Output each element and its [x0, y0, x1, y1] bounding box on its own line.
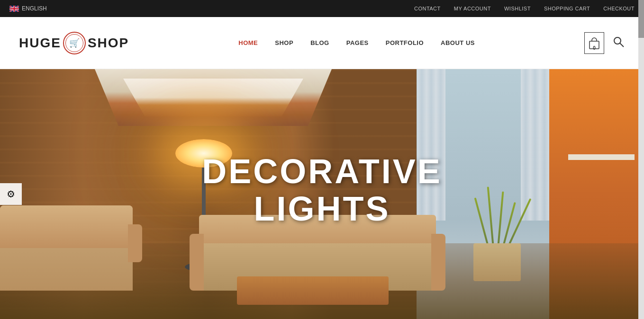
- coffee-table: [237, 276, 389, 305]
- cart-button[interactable]: 0: [584, 32, 604, 54]
- header: HUGE 🛒 SHOP HOME SHOP BLOG PAGES PORTFOL…: [0, 17, 644, 69]
- settings-button[interactable]: ⚙: [0, 183, 22, 205]
- cart-count: 0: [593, 45, 596, 51]
- sofa-main-arm-right: [431, 234, 445, 291]
- main-nav: HOME SHOP BLOG PAGES PORTFOLIO ABOUT US: [238, 37, 475, 48]
- nav-pages[interactable]: PAGES: [346, 37, 369, 48]
- top-bar: ENGLISH CONTACT MY ACCOUNT WISHLIST SHOP…: [0, 0, 644, 17]
- nav-portfolio[interactable]: PORTFOLIO: [386, 37, 424, 48]
- plant-grass: [483, 191, 511, 248]
- wishlist-link[interactable]: WISHLIST: [504, 6, 531, 11]
- scrollbar[interactable]: [638, 0, 644, 319]
- plant: [473, 196, 521, 281]
- gear-icon: ⚙: [7, 188, 15, 200]
- scrollbar-thumb[interactable]: [638, 0, 644, 38]
- search-icon: [612, 35, 625, 48]
- nav-blog[interactable]: BLOG: [310, 37, 329, 48]
- sofa-left: [0, 205, 133, 291]
- contact-link[interactable]: CONTACT: [414, 6, 441, 11]
- top-nav: CONTACT MY ACCOUNT WISHLIST SHOPPING CAR…: [414, 6, 635, 11]
- flag-icon: [9, 6, 19, 12]
- search-button[interactable]: [612, 35, 625, 51]
- language-selector[interactable]: ENGLISH: [9, 5, 47, 12]
- svg-line-3: [620, 43, 624, 47]
- shopping-cart-link[interactable]: SHOPPING CART: [544, 6, 590, 11]
- wall-shelf: [568, 154, 635, 160]
- plant-pot: [473, 243, 521, 281]
- logo-text-huge: HUGE: [19, 35, 61, 51]
- nav-shop[interactable]: SHOP: [275, 37, 293, 48]
- my-account-link[interactable]: MY ACCOUNT: [454, 6, 491, 11]
- sofa-left-back: [0, 205, 133, 248]
- hero-title-line2: LIGHTS: [202, 190, 442, 228]
- logo-text-shop: SHOP: [88, 35, 129, 51]
- checkout-link[interactable]: CHECKOUT: [603, 6, 635, 11]
- header-icons: 0: [584, 32, 625, 54]
- hero-text: DECORATIVE LIGHTS: [202, 153, 442, 228]
- hero-section: DECORATIVE LIGHTS ⚙: [0, 69, 644, 319]
- logo-icon-circle: 🛒: [63, 32, 86, 54]
- sofa-left-arm: [128, 224, 142, 262]
- ceiling-inner: [123, 79, 303, 116]
- logo[interactable]: HUGE 🛒 SHOP: [19, 32, 129, 54]
- sofa-main-arm-left: [190, 234, 204, 291]
- nav-about-us[interactable]: ABOUT US: [441, 37, 475, 48]
- hero-title-line1: DECORATIVE: [202, 153, 442, 190]
- language-label: ENGLISH: [22, 5, 47, 12]
- logo-cart-icon: 🛒: [69, 38, 80, 48]
- nav-home[interactable]: HOME: [238, 37, 258, 48]
- svg-point-2: [614, 37, 621, 44]
- curtain-right: [521, 69, 549, 221]
